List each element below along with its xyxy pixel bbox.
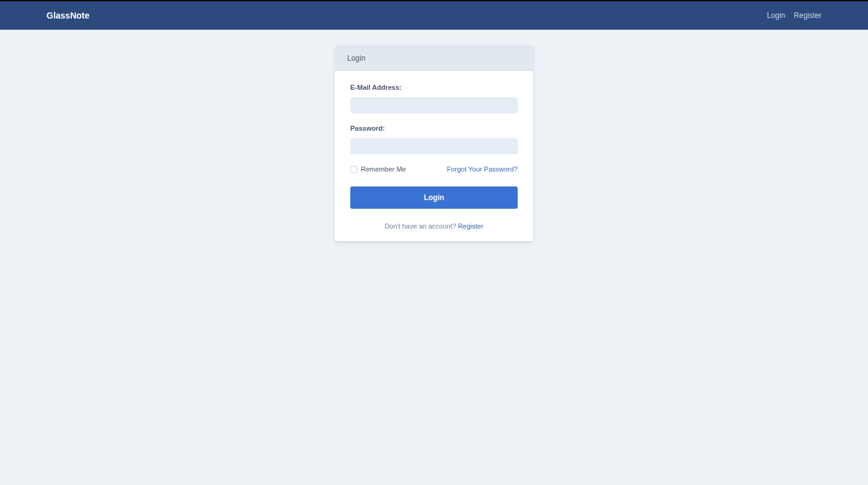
remember-checkbox[interactable] bbox=[350, 166, 357, 173]
email-group: E-Mail Address: bbox=[350, 84, 518, 113]
card-header: Login bbox=[335, 45, 533, 71]
main-content: Login E-Mail Address: Password: Remember… bbox=[0, 30, 868, 241]
nav-register-link[interactable]: Register bbox=[794, 11, 822, 20]
brand-logo[interactable]: GlassNote bbox=[46, 11, 89, 20]
navbar: GlassNote Login Register bbox=[0, 1, 868, 30]
remember-label: Remember Me bbox=[361, 165, 406, 173]
no-account-text: Don't have an account? bbox=[384, 222, 458, 230]
remember-left: Remember Me bbox=[350, 165, 406, 173]
nav-login-link[interactable]: Login bbox=[767, 11, 785, 20]
password-group: Password: bbox=[350, 125, 518, 154]
password-label: Password: bbox=[350, 125, 518, 132]
login-button[interactable]: Login bbox=[350, 186, 518, 209]
nav-links: Login Register bbox=[767, 11, 822, 20]
email-label: E-Mail Address: bbox=[350, 84, 518, 91]
email-input[interactable] bbox=[350, 97, 518, 113]
forgot-password-link[interactable]: Forgot Your Password? bbox=[447, 165, 518, 173]
login-card: Login E-Mail Address: Password: Remember… bbox=[335, 45, 533, 241]
register-line: Don't have an account? Register bbox=[350, 222, 518, 230]
card-body: E-Mail Address: Password: Remember Me Fo… bbox=[335, 71, 533, 241]
password-input[interactable] bbox=[350, 138, 518, 154]
remember-row: Remember Me Forgot Your Password? bbox=[350, 165, 518, 173]
register-link[interactable]: Register bbox=[458, 222, 484, 230]
